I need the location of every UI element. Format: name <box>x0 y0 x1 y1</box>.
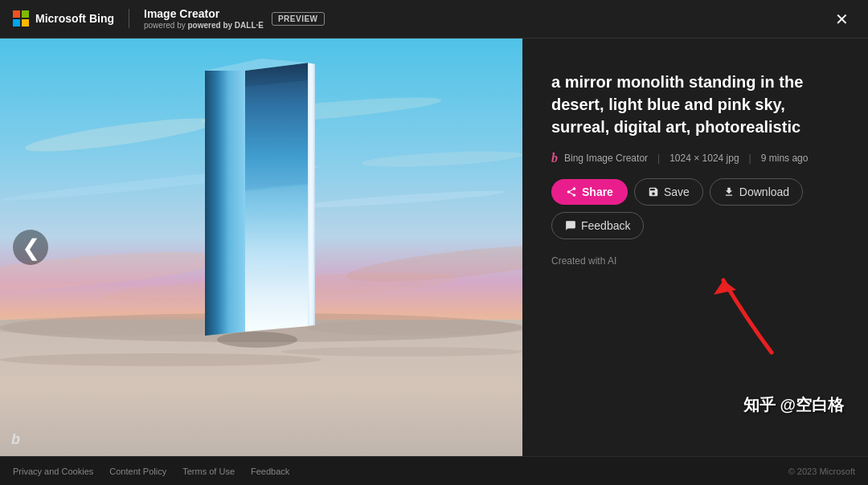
svg-point-16 <box>281 347 522 357</box>
footer-copyright: © 2023 Microsoft <box>788 467 855 476</box>
bing-image-watermark: b <box>11 431 20 448</box>
image-meta: b Bing Image Creator | 1024 × 1024 jpg |… <box>551 151 839 165</box>
action-buttons: Share Save Download Feedback <box>551 178 839 239</box>
windows-logo-icon <box>13 10 29 26</box>
svg-point-15 <box>0 353 321 366</box>
header-left: Microsoft Bing Image Creator powered by … <box>13 8 325 29</box>
header: Microsoft Bing Image Creator powered by … <box>0 0 868 39</box>
svg-marker-22 <box>308 63 315 326</box>
meta-sep-2: | <box>749 153 751 164</box>
save-label: Save <box>664 185 690 198</box>
feedback-label: Feedback <box>581 219 630 232</box>
feedback-button[interactable]: Feedback <box>551 212 644 239</box>
arrow-annotation <box>699 256 796 364</box>
download-label: Download <box>739 185 789 198</box>
meta-source: Bing Image Creator <box>564 153 648 164</box>
save-icon <box>648 186 659 198</box>
svg-marker-23 <box>245 80 308 190</box>
svg-marker-20 <box>205 71 245 336</box>
feedback-icon <box>565 220 576 231</box>
close-button[interactable]: ✕ <box>829 8 855 31</box>
chevron-left-icon: ❮ <box>22 234 40 261</box>
svg-rect-2 <box>13 19 20 26</box>
bing-meta-icon: b <box>551 151 558 165</box>
meta-sep-1: | <box>657 153 660 164</box>
image-creator-title: Image Creator powered by powered by DALL… <box>144 8 264 29</box>
footer-privacy-link[interactable]: Privacy and Cookies <box>13 467 93 476</box>
image-creator-label: Image Creator <box>144 8 264 20</box>
footer-content-policy-link[interactable]: Content Policy <box>109 467 166 476</box>
header-divider <box>129 9 129 28</box>
footer-terms-link[interactable]: Terms of Use <box>182 467 235 476</box>
zhihu-watermark: 知乎 @空白格 <box>743 394 844 416</box>
annotation-arrow <box>699 256 796 361</box>
footer-feedback-link[interactable]: Feedback <box>251 467 289 476</box>
main-content: ❮ <box>0 39 868 456</box>
powered-by-label: powered by powered by DALL·E <box>144 21 264 30</box>
generated-image <box>0 39 522 456</box>
prev-arrow-button[interactable]: ❮ <box>13 230 48 265</box>
share-button[interactable]: Share <box>551 179 628 205</box>
svg-rect-0 <box>13 10 20 18</box>
image-prompt-text: a mirror monolith standing in the desert… <box>551 71 839 138</box>
share-icon <box>566 186 577 198</box>
svg-point-18 <box>305 320 522 336</box>
share-label: Share <box>582 185 613 198</box>
info-panel: a mirror monolith standing in the desert… <box>522 39 868 456</box>
svg-marker-26 <box>714 280 736 295</box>
meta-time: 9 mins ago <box>761 153 809 164</box>
footer-links: Privacy and Cookies Content Policy Terms… <box>13 467 289 476</box>
bing-text: Microsoft Bing <box>35 12 114 25</box>
meta-size: 1024 × 1024 jpg <box>669 153 739 164</box>
save-button[interactable]: Save <box>634 178 703 206</box>
preview-badge: PREVIEW <box>272 12 325 26</box>
created-with-ai-text: Created with AI <box>551 255 839 267</box>
svg-rect-3 <box>22 19 29 26</box>
svg-rect-1 <box>22 10 29 18</box>
download-button[interactable]: Download <box>710 178 803 206</box>
svg-marker-24 <box>245 185 308 270</box>
bing-logo: Microsoft Bing <box>13 10 114 26</box>
image-panel: ❮ <box>0 39 522 456</box>
footer: Privacy and Cookies Content Policy Terms… <box>0 456 868 485</box>
download-icon <box>723 186 735 198</box>
svg-point-19 <box>217 332 297 348</box>
